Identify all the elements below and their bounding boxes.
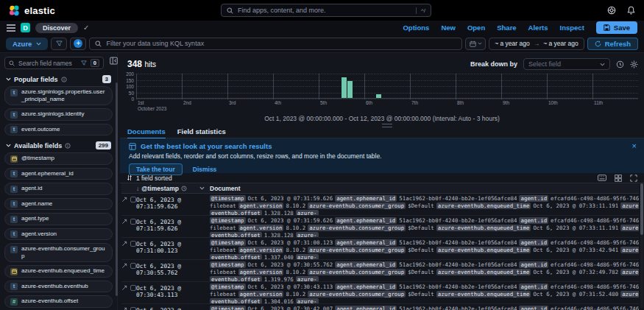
- field-item[interactable]: #azure-eventhub.offset: [4, 295, 113, 308]
- row-timestamp: Oct 6, 2023 @ 07:31:59.626: [136, 194, 208, 215]
- history-icon[interactable]: [616, 60, 624, 68]
- row-document: @timestampOct 6, 2023 @ 07:31:00.123agen…: [208, 238, 639, 259]
- field-filter-count-badge: 0: [91, 59, 99, 67]
- histogram-bar[interactable]: [342, 77, 347, 98]
- expand-document-icon[interactable]: [121, 307, 127, 310]
- breadcrumb[interactable]: Discover: [35, 23, 78, 33]
- expand-document-icon[interactable]: [121, 219, 127, 225]
- histogram-bar[interactable]: [376, 94, 381, 98]
- collapse-sidebar-icon[interactable]: [110, 57, 118, 65]
- menu-hamburger-icon[interactable]: [7, 24, 15, 32]
- chart-plot-area[interactable]: [136, 74, 638, 99]
- row-select-checkbox[interactable]: [130, 263, 136, 269]
- kql-query-input[interactable]: Filter your data using KQL syntax: [89, 38, 462, 50]
- field-search-input[interactable]: Search field names 0: [4, 57, 104, 69]
- save-button[interactable]: Save: [596, 21, 637, 34]
- time-range-from[interactable]: ~ a year ago: [495, 40, 530, 47]
- sort-desc-arrow-icon: ↓: [136, 185, 139, 192]
- document-row[interactable]: Oct 6, 2023 @ 07:30:55.762@timestampOct …: [121, 260, 639, 282]
- refresh-button[interactable]: Refresh: [587, 38, 638, 50]
- popular-fields-header[interactable]: Popular fields 3: [6, 75, 111, 83]
- keyboard-icon[interactable]: [598, 175, 606, 181]
- field-item[interactable]: tazure-eventhub.consumer_group: [4, 243, 113, 262]
- row-select-checkbox[interactable]: [130, 197, 136, 202]
- add-filter-button[interactable]: +: [70, 38, 86, 50]
- global-search-placeholder: Find apps, content, and more.: [238, 7, 326, 14]
- close-icon[interactable]: ×: [632, 141, 637, 150]
- row-select-checkbox[interactable]: [130, 219, 136, 225]
- text-field-type-icon: t: [10, 170, 18, 177]
- field-item[interactable]: tazure.signinlogs.identity: [4, 108, 113, 121]
- breakdown-controls: Break down by Select field: [470, 58, 638, 70]
- grid-header-document[interactable]: Document: [208, 185, 639, 192]
- nav-new[interactable]: New: [441, 24, 456, 32]
- field-item[interactable]: tagent.ephemeral_id: [4, 168, 113, 180]
- filter-menu-button[interactable]: [51, 38, 67, 50]
- global-search-input[interactable]: Find apps, content, and more. ^/: [221, 4, 431, 17]
- check-icon: ✓: [83, 24, 89, 32]
- document-row[interactable]: Oct 6, 2023 @ 07:31:00.123@timestampOct …: [121, 238, 639, 260]
- field-item[interactable]: azure-eventhub.enqueued_time: [4, 265, 113, 278]
- table-scrollbar[interactable]: [640, 183, 643, 309]
- notifications-bell-icon[interactable]: [627, 6, 635, 15]
- dismiss-button[interactable]: Dismiss: [193, 166, 217, 173]
- discover-app-badge[interactable]: D: [21, 23, 30, 32]
- field-item[interactable]: tevent.outcome: [4, 124, 113, 136]
- document-line: @timestampOct 6, 2023 @ 07:31:59.626agen…: [210, 195, 639, 202]
- expand-document-icon[interactable]: [121, 197, 127, 202]
- document-row[interactable]: Oct 6, 2023 @ 07:30:42.007@timestampOct …: [121, 304, 639, 310]
- expand-document-icon[interactable]: [121, 241, 127, 247]
- data-view-picker[interactable]: Azure: [6, 38, 48, 50]
- document-row[interactable]: Oct 6, 2023 @ 07:30:43.113@timestampOct …: [121, 282, 639, 304]
- sidebar-scrollbar[interactable]: [116, 82, 118, 296]
- tab-field-statistics[interactable]: Field statistics: [177, 127, 226, 138]
- field-item[interactable]: tagent.version: [4, 228, 113, 241]
- breakdown-field-select[interactable]: Select field: [523, 58, 610, 70]
- time-range-to[interactable]: ~ a year ago: [543, 40, 578, 47]
- row-select-checkbox[interactable]: [130, 285, 136, 291]
- expand-document-icon[interactable]: [121, 263, 127, 269]
- field-item[interactable]: tagent.type: [4, 213, 113, 225]
- histogram-bar[interactable]: [347, 81, 353, 98]
- field-item[interactable]: @timestamp: [4, 152, 113, 165]
- table-icon: [129, 143, 136, 150]
- chart-day-tick: [273, 74, 274, 99]
- row-select-checkbox[interactable]: [130, 307, 136, 310]
- table-scrollbar-thumb[interactable]: [640, 183, 643, 235]
- nav-options[interactable]: Options: [403, 24, 429, 32]
- chart-day-tick: [547, 74, 548, 99]
- field-item[interactable]: tagent.id: [4, 183, 113, 195]
- column-menu-chevron-icon[interactable]: [199, 186, 208, 190]
- field-filter-icon[interactable]: [81, 60, 87, 66]
- help-icon[interactable]: [607, 6, 616, 15]
- nav-alerts[interactable]: Alerts: [528, 24, 548, 32]
- sorted-fields-label[interactable]: 1 field sorted: [136, 175, 172, 182]
- expand-document-icon[interactable]: [121, 285, 127, 291]
- row-select-checkbox[interactable]: [130, 241, 136, 247]
- callout-title-row: Get the best look at your search results: [129, 142, 635, 150]
- elastic-logo[interactable]: elastic: [9, 5, 55, 16]
- info-icon: [61, 77, 67, 82]
- field-name: agent.id: [21, 185, 42, 192]
- fullscreen-icon[interactable]: [630, 175, 637, 182]
- available-fields-header[interactable]: Available fields 299: [6, 141, 111, 149]
- time-range-picker[interactable]: ~ a year ago → ~ a year ago: [489, 38, 584, 50]
- nav-share[interactable]: Share: [497, 24, 516, 32]
- nav-inspect[interactable]: Inspect: [560, 24, 584, 32]
- field-item[interactable]: tazure-eventhub.eventhub: [4, 281, 113, 293]
- display-options-grid-icon[interactable]: [615, 175, 622, 182]
- field-item[interactable]: tagent.name: [4, 198, 113, 211]
- tab-documents[interactable]: Documents: [127, 127, 166, 138]
- field-name: azure.signinlogs.identity: [21, 110, 84, 118]
- gear-icon[interactable]: [630, 60, 638, 68]
- document-line: filebeatagent.version8.10.2azure-eventhu…: [210, 291, 639, 298]
- document-row[interactable]: Oct 6, 2023 @ 07:31:59.626@timestampOct …: [121, 194, 639, 216]
- date-picker-button[interactable]: [465, 38, 486, 50]
- document-row[interactable]: Oct 6, 2023 @ 07:31:59.626@timestampOct …: [121, 216, 639, 238]
- grid-header-timestamp[interactable]: ↓ @timestamp: [136, 185, 208, 192]
- chart-day-tick: [319, 74, 319, 99]
- nav-open[interactable]: Open: [467, 24, 485, 32]
- field-item[interactable]: tazure.signinlogs.properties.user_princi…: [4, 86, 113, 105]
- sort-fields-icon[interactable]: [127, 175, 132, 181]
- callout-title: Get the best look at your search results: [141, 142, 272, 150]
